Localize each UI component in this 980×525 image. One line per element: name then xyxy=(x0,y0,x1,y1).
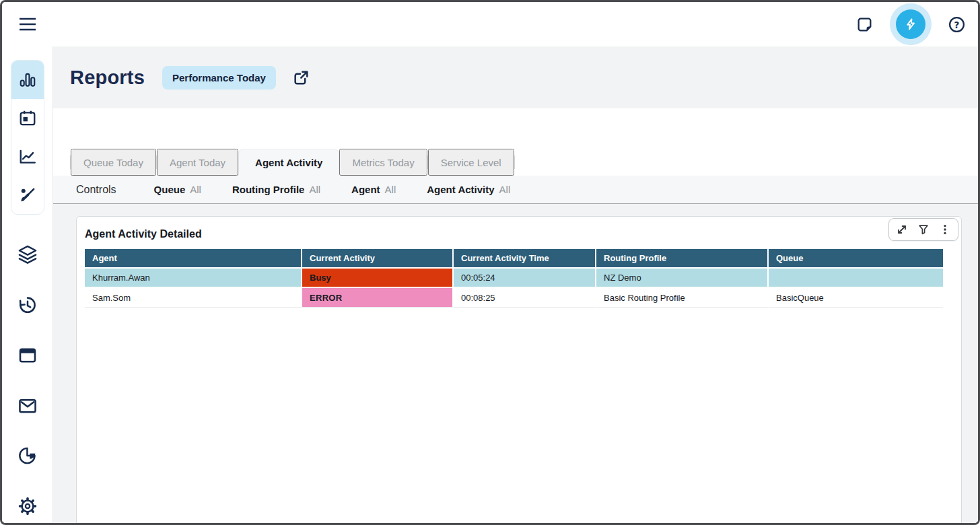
table-row: Khurram.Awan Busy 00:05:24 NZ Demo xyxy=(85,269,943,288)
browser-window-icon xyxy=(18,345,38,365)
cell-current-activity-time: 00:08:25 xyxy=(454,288,596,308)
sidebar-item-settings[interactable] xyxy=(2,496,53,516)
help-icon[interactable]: ? xyxy=(948,15,966,34)
note-icon[interactable] xyxy=(855,15,874,34)
sidebar-item-history[interactable] xyxy=(2,295,53,315)
cell-routing-profile: NZ Demo xyxy=(596,269,769,288)
table-header-row: Agent Current Activity Current Activity … xyxy=(85,249,943,269)
column-header-routing-profile: Routing Profile xyxy=(596,249,769,269)
tab-queue-today[interactable]: Queue Today xyxy=(71,149,156,176)
cell-agent: Sam.Som xyxy=(85,288,302,308)
column-header-queue: Queue xyxy=(769,249,943,269)
report-tabs: Queue Today Agent Today Agent Activity M… xyxy=(70,149,515,176)
report-content: Agent Activity Detailed Agent Current Ac… xyxy=(53,204,978,523)
sidebar-item-layers[interactable] xyxy=(2,244,53,265)
agent-activity-table: Agent Current Activity Current Activity … xyxy=(85,249,943,308)
svg-text:?: ? xyxy=(954,19,960,30)
filter-queue-name: Queue xyxy=(154,184,186,195)
cell-routing-profile: Basic Routing Profile xyxy=(596,288,769,308)
sidebar-item-schedule[interactable] xyxy=(11,99,44,137)
column-header-agent: Agent xyxy=(85,249,302,269)
controls-bar: Controls QueueAll Routing ProfileAll Age… xyxy=(53,176,978,204)
topbar-actions: ? xyxy=(855,2,966,46)
filter-agent-activity-name: Agent Activity xyxy=(427,184,494,195)
sidebar-item-reports[interactable] xyxy=(11,61,44,99)
table-row: Sam.Som ERROR 00:08:25 Basic Routing Pro… xyxy=(85,288,943,308)
cell-queue xyxy=(769,269,943,288)
filter-agent-activity-value: All xyxy=(499,184,511,195)
cell-queue: BasicQueue xyxy=(769,288,943,308)
bar-chart-icon xyxy=(18,71,37,90)
cell-current-activity: ERROR xyxy=(302,288,454,308)
sidebar xyxy=(2,46,53,523)
main-content: Reports Performance Today Queue Today Ag… xyxy=(53,46,978,523)
page-title: Reports xyxy=(70,67,145,89)
pie-chart-icon xyxy=(18,446,38,466)
filter-agent-activity[interactable]: Agent ActivityAll xyxy=(427,184,510,195)
expand-icon[interactable] xyxy=(893,221,911,238)
column-header-current-activity: Current Activity xyxy=(302,249,454,269)
layers-icon xyxy=(18,244,38,265)
column-header-current-activity-time: Current Activity Time xyxy=(454,249,596,269)
filter-agent[interactable]: AgentAll xyxy=(351,184,396,195)
cell-agent: Khurram.Awan xyxy=(85,269,302,288)
filter-routing-profile[interactable]: Routing ProfileAll xyxy=(232,184,320,195)
line-chart-icon xyxy=(18,147,37,166)
filter-routing-profile-value: All xyxy=(309,184,320,195)
report-card: Agent Activity Detailed Agent Current Ac… xyxy=(76,216,962,525)
tabs-band: Queue Today Agent Today Agent Activity M… xyxy=(53,108,978,176)
calendar-icon xyxy=(18,109,37,128)
controls-label: Controls xyxy=(76,184,116,196)
sidebar-item-analytics[interactable] xyxy=(11,137,44,176)
external-link-icon[interactable] xyxy=(292,69,310,87)
tab-metrics-today[interactable]: Metrics Today xyxy=(339,149,427,176)
report-badge[interactable]: Performance Today xyxy=(162,66,276,90)
settings-gear-icon xyxy=(18,496,38,516)
sidebar-item-dashboard[interactable] xyxy=(2,345,53,365)
filter-routing-profile-name: Routing Profile xyxy=(232,184,305,195)
filter-funnel-icon[interactable] xyxy=(915,221,932,238)
topbar: ? xyxy=(2,2,978,46)
cell-current-activity-time: 00:05:24 xyxy=(454,269,596,288)
sidebar-item-reports-pie[interactable] xyxy=(2,446,53,466)
filter-agent-value: All xyxy=(385,184,396,195)
report-title: Agent Activity Detailed xyxy=(85,228,961,240)
sidebar-item-mail[interactable] xyxy=(2,396,53,416)
paint-brush-icon xyxy=(18,186,37,205)
history-icon xyxy=(18,295,38,315)
filter-agent-name: Agent xyxy=(351,184,380,195)
tab-service-level[interactable]: Service Level xyxy=(428,149,514,176)
card-toolbar xyxy=(888,218,958,241)
sidebar-item-customize[interactable] xyxy=(11,176,44,214)
app-window: ? xyxy=(0,0,980,525)
mail-icon xyxy=(18,396,38,416)
tab-separator xyxy=(514,155,515,169)
tab-agent-activity[interactable]: Agent Activity xyxy=(238,149,339,176)
cell-current-activity: Busy xyxy=(302,269,454,288)
sidebar-icon-group xyxy=(11,60,44,215)
tab-agent-today[interactable]: Agent Today xyxy=(157,149,238,176)
lightning-icon[interactable] xyxy=(896,9,925,39)
filter-queue[interactable]: QueueAll xyxy=(154,184,201,195)
menu-icon[interactable] xyxy=(18,15,37,34)
filter-queue-value: All xyxy=(190,184,201,195)
lightning-button-halo xyxy=(890,3,932,45)
kebab-menu-icon[interactable] xyxy=(936,221,954,238)
page-header: Reports Performance Today xyxy=(53,46,978,108)
